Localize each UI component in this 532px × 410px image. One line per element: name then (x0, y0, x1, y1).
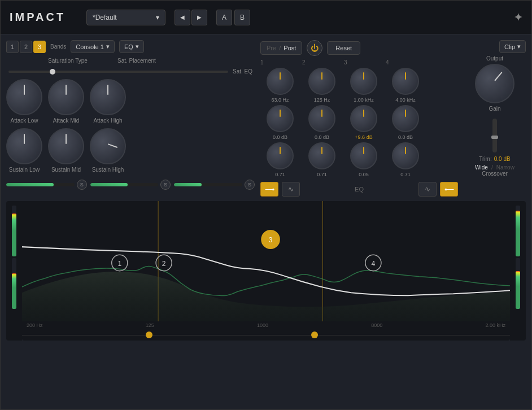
meters-row: S S S (6, 180, 255, 190)
meter-bar-container-2 (90, 183, 159, 186)
eq-freq-knob-2-indicator (321, 72, 322, 80)
freq-label-2k: 2.00 kHz (485, 322, 505, 328)
eq-db-label-1: 0.0 dB (273, 134, 287, 140)
attack-low-knob[interactable] (6, 79, 42, 115)
meter-bar-3 (174, 183, 201, 186)
clip-label: Clip (504, 43, 515, 50)
saturation-type-label: Saturation Type (48, 58, 113, 64)
eq-db-knob-1[interactable] (267, 105, 294, 132)
trim-label: Trim: (479, 156, 491, 162)
sat-placement-dropdown[interactable]: EQ ▾ (119, 40, 144, 53)
gain-label: Gain (489, 106, 500, 112)
narrow-label[interactable]: Narrow (496, 164, 514, 171)
trim-slider[interactable] (492, 119, 497, 152)
sustain-high-group: Sustain High (90, 128, 126, 173)
freq-label-125: 125 (146, 322, 154, 328)
svg-text:1: 1 (117, 260, 121, 268)
sat-placement-label: Sat. Placement (117, 58, 156, 64)
meter-circle-2[interactable]: S (160, 180, 171, 190)
eq-db-knob-2[interactable] (308, 105, 335, 132)
eq-freq-knob-1[interactable] (267, 68, 294, 95)
band-meter-2: S (90, 180, 171, 190)
eq-action-bwd-button[interactable]: ⟵ (440, 182, 458, 197)
band-buttons: 1 2 3 (6, 41, 46, 53)
attack-high-group: Attack High (90, 79, 126, 124)
eq-band-num-3: 3 (344, 59, 347, 66)
eq-freq-label-1: 63.0 Hz (271, 97, 289, 103)
band-3-button[interactable]: 3 (33, 41, 46, 53)
vu-left-fill-1 (12, 213, 16, 257)
meter-circle-1[interactable]: S (77, 180, 87, 190)
band-2-button[interactable]: 2 (20, 41, 32, 53)
eq-q-knob-4[interactable] (392, 142, 419, 169)
eq-freq-knob-2[interactable] (308, 68, 335, 95)
vu-left-fill-2 (12, 273, 16, 309)
sustain-mid-knob[interactable] (48, 128, 84, 164)
eq-q-label-2: 0.71 (317, 172, 327, 177)
crossover-handle-left[interactable] (146, 332, 152, 338)
eq-q-knob-1-indicator (280, 147, 281, 154)
eq-q-label-3: 0.05 (359, 172, 369, 177)
saturation-type-dropdown[interactable]: Console 1 ▾ (71, 40, 115, 53)
b-button[interactable]: B (234, 10, 250, 25)
eq-band-num-1: 1 (260, 59, 264, 66)
attack-mid-knob[interactable] (48, 79, 84, 115)
eq-action-wave2-button[interactable]: ∿ (418, 182, 437, 197)
bands-row: 1 2 3 Bands Console 1 ▾ EQ ▾ (6, 40, 255, 53)
eq-freq-label-4: 4.00 kHz (395, 97, 416, 103)
eq-center-label: EQ (303, 186, 415, 193)
attack-low-group: Attack Low (6, 79, 42, 124)
spectrum-display[interactable]: 1 2 3 4 (22, 201, 510, 321)
preset-dropdown[interactable]: *Default ▾ (86, 10, 165, 25)
eq-q-knob-4-indicator (405, 147, 406, 154)
spectrum-main: 1 2 3 4 200 Hz 125 1000 8000 2.00 (22, 201, 510, 341)
eq-db-knob-3[interactable] (350, 105, 377, 132)
logo: IMPACT (10, 11, 77, 24)
trim-value: 0.0 dB (494, 156, 511, 162)
eq-band-col-2: 2 125 Hz 0.0 dB 0.71 (302, 59, 342, 177)
eq-freq-knob-4[interactable] (392, 68, 419, 95)
nav-next-button[interactable]: ▶ (191, 10, 207, 25)
eq-freq-knob-3[interactable] (350, 68, 377, 95)
eq-action-fwd-button[interactable]: ⟶ (260, 182, 278, 197)
eq-action-wave-button[interactable]: ∿ (282, 182, 300, 197)
gain-knob[interactable] (475, 64, 514, 103)
sat-type-chevron-icon: ▾ (106, 43, 110, 50)
eq-actions-row: ⟶ ∿ EQ ∿ ⟵ (260, 182, 458, 197)
sustain-low-knob[interactable] (6, 128, 42, 164)
eq-db-knob-4[interactable] (392, 105, 419, 132)
meter-circle-3[interactable]: S (245, 180, 255, 190)
eq-power-button[interactable]: ⏻ (307, 40, 322, 56)
eq-freq-knob-4-indicator (405, 72, 406, 80)
eq-db-knob-4-indicator (405, 110, 406, 117)
band-1-button[interactable]: 1 (6, 41, 19, 53)
sat-eq-row: Sat. EQ (6, 68, 255, 75)
sat-eq-slider[interactable] (8, 71, 228, 73)
attack-high-knob[interactable] (90, 79, 126, 115)
eq-reset-button[interactable]: Reset (327, 41, 360, 55)
sustain-mid-indicator (66, 134, 67, 144)
vu-right (510, 201, 526, 341)
eq-band-col-1: 1 63.0 Hz 0.0 dB 0.71 (260, 59, 300, 177)
clip-dropdown[interactable]: Clip ▾ (499, 40, 526, 53)
eq-freq-label-3: 1.00 kHz (354, 97, 374, 103)
steinberg-logo-icon: ✦ (514, 11, 522, 24)
svg-text:3: 3 (269, 236, 273, 244)
sat-eq-label: Sat. EQ (233, 68, 252, 75)
eq-q-knob-1[interactable] (267, 142, 294, 169)
eq-bands-grid: 1 63.0 Hz 0.0 dB 0.71 (260, 59, 458, 177)
attack-mid-label: Attack Mid (53, 117, 80, 124)
pre-post-button[interactable]: Pre / Post (260, 41, 302, 55)
trim-handle[interactable] (491, 136, 498, 139)
nav-prev-button[interactable]: ◀ (175, 10, 190, 25)
wide-label[interactable]: Wide (475, 164, 488, 171)
freq-labels-row: 200 Hz 125 1000 8000 2.00 kHz (22, 321, 510, 329)
post-label: Post (284, 45, 296, 51)
sat-eq-thumb[interactable] (50, 69, 55, 75)
sustain-high-knob[interactable] (90, 128, 126, 164)
freq-label-8000: 8000 (371, 322, 382, 328)
crossover-handle-right[interactable] (311, 332, 318, 338)
eq-q-knob-2[interactable] (308, 142, 335, 169)
eq-q-knob-3[interactable] (350, 142, 377, 169)
a-button[interactable]: A (216, 10, 232, 25)
